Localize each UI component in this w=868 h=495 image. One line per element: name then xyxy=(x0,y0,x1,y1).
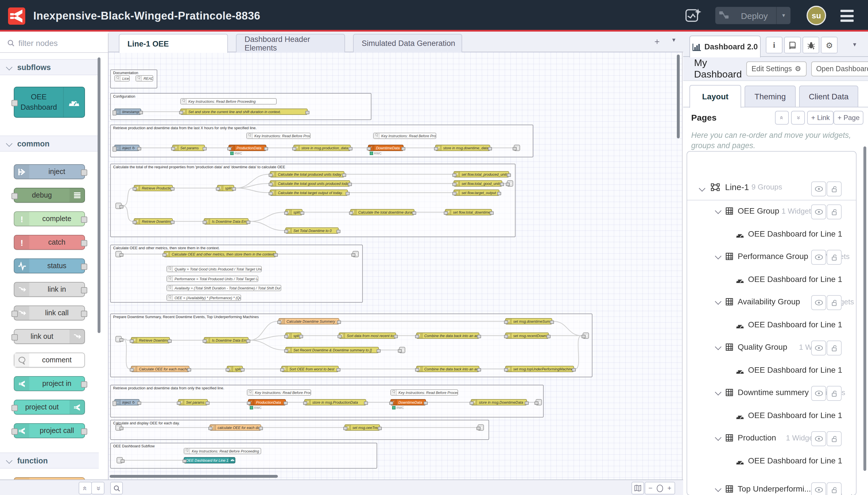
flow-node-chg[interactable]: ⇄set flow.total_produced_units xyxy=(453,171,509,177)
palette-node-project-out[interactable]: project out xyxy=(14,400,85,415)
flow-node-chg[interactable]: ⇄set msg.topUnderPerformingMachines xyxy=(505,366,574,372)
flow-node-srt[interactable]: ⇅Sort data from most recent to oldest xyxy=(339,332,396,339)
visibility-toggle-button[interactable] xyxy=(811,482,826,495)
collapse-all-button[interactable]: « xyxy=(775,111,789,125)
palette-node-project-in[interactable]: project in xyxy=(14,376,85,391)
palette-section-common[interactable]: common xyxy=(0,136,99,152)
flow-node-cmt[interactable]: Key Instructions: Read Before Proceeding xyxy=(247,389,311,396)
flow-tab-3[interactable]: Simulated Data Generation xyxy=(353,34,462,52)
tree-row-page[interactable]: Line-19 Groups xyxy=(687,182,856,199)
tree-row-group[interactable]: Availability Group1 Widgets xyxy=(687,293,856,311)
flow-node-lout[interactable]: ↦ xyxy=(514,145,520,151)
flow-node-lin[interactable]: ↦ xyxy=(117,457,123,463)
tree-row-group[interactable]: Top Underperformi...1 Widgets xyxy=(687,481,856,495)
lock-toggle-button[interactable] xyxy=(827,182,841,197)
palette-filter[interactable]: filter nodes xyxy=(0,33,108,53)
flow-node-cmt[interactable]: Availavity = (Total Shift Duration - Tot… xyxy=(167,285,281,291)
lock-toggle-button[interactable] xyxy=(827,204,841,219)
flow-node-chg[interactable]: ⇄store in msg.downtime_data xyxy=(435,145,490,151)
flow-node-cmt[interactable]: OEE = (Availability) * (Performance) * (… xyxy=(167,295,241,301)
flow-node-chg[interactable]: ⇄set msg.recentDowntime xyxy=(505,332,549,339)
flow-node-sub[interactable]: OEE Dashboard for Line 1 xyxy=(184,457,236,463)
flow-node-chg[interactable]: ⇄store in msg.production_data xyxy=(293,145,351,151)
zoom-in-button[interactable]: + xyxy=(664,482,675,494)
flow-node-lin[interactable]: ↦ xyxy=(116,424,122,431)
flow-group[interactable]: Retrieve production and downtime data fr… xyxy=(110,125,533,157)
flow-node-sw[interactable]: ≺Is Downtime Data Empty? xyxy=(204,218,248,224)
flow-node-srt[interactable]: ⇅Sort OEE from worst to best xyxy=(281,366,339,372)
user-avatar[interactable]: su xyxy=(806,6,826,25)
inject-button[interactable] xyxy=(112,400,116,406)
tab-theming[interactable]: Theming xyxy=(745,86,796,107)
lock-toggle-button[interactable] xyxy=(827,295,841,310)
flow-node-fn[interactable]: ƒCalculate OEE for each machine xyxy=(131,366,189,372)
flow-node-inj[interactable]: →inject ↻ xyxy=(114,145,139,151)
flow-node-spl[interactable]: ‖Calculate the total target output of to… xyxy=(270,189,348,196)
flow-node-cmt[interactable]: README xyxy=(136,75,153,82)
lock-toggle-button[interactable] xyxy=(827,341,841,356)
flow-tab-1[interactable]: Line-1 OEE xyxy=(119,34,228,53)
visibility-toggle-button[interactable] xyxy=(811,386,826,401)
flow-node-lout[interactable]: ↦ xyxy=(352,251,359,257)
palette-node-function[interactable]: ƒfunction xyxy=(14,477,85,479)
palette-node-inject[interactable]: inject xyxy=(14,164,85,179)
palette-node-oee-dashboard[interactable]: OEEDashboard xyxy=(14,87,85,118)
palette-node-link-out[interactable]: link out xyxy=(14,329,85,344)
flow-node-lout[interactable]: ↦ xyxy=(399,347,405,353)
flow-node-cmt[interactable]: Quality = Total Good Units Produced / To… xyxy=(167,266,262,272)
tree-row-widget[interactable]: OEE Dashboard for Line 1 xyxy=(687,363,856,380)
gear-icon[interactable]: ⚙ xyxy=(821,37,837,53)
flow-node-fn[interactable]: ƒCalculate Downtime Summery xyxy=(278,318,339,324)
palette-node-catch[interactable]: !catch xyxy=(14,235,85,250)
tree-row-widget[interactable]: OEE Dashboard for Line 1 xyxy=(687,272,856,289)
flow-node-cmt[interactable]: Key Instructions: Read Before Proceeding xyxy=(390,389,458,396)
flow-node-chg[interactable]: ⇄store in msg.DowntimeData xyxy=(471,399,527,406)
tree-row-widget[interactable]: OEE Dashboard for Line 1 xyxy=(687,408,856,426)
flow-node-lout[interactable]: ↦ xyxy=(536,399,542,406)
inject-button[interactable] xyxy=(112,146,116,151)
flow-node-lin[interactable]: ↦ xyxy=(116,336,122,342)
flow-node-cmt[interactable]: License xyxy=(114,75,130,82)
chevron-down-icon[interactable] xyxy=(715,485,722,492)
tab-dashboard-2[interactable]: Dashboard 2.0 xyxy=(690,36,761,57)
palette-node-link-in[interactable]: link in xyxy=(14,282,85,297)
flow-node-chg[interactable]: ⇄set msg.downtimeSummery xyxy=(505,318,552,324)
add-link-button[interactable]: + Link xyxy=(807,111,834,125)
chevron-down-icon[interactable] xyxy=(715,389,722,396)
flow-node-chg[interactable]: ⇄Set Recent Downtime & Downtime summery … xyxy=(285,347,379,353)
palette-node-status[interactable]: status xyxy=(14,258,85,273)
flow-node-inj[interactable]: →timestamp ¹ xyxy=(114,108,141,115)
palette-node-link-call[interactable]: link call xyxy=(14,306,85,321)
flow-node-chg[interactable]: ⇄Set params xyxy=(172,145,205,151)
chevron-down-icon[interactable] xyxy=(715,344,722,350)
flow-node-db[interactable]: ∕DowntimeDataRWC xyxy=(390,399,426,406)
palette-section-function[interactable]: function xyxy=(0,453,99,468)
deploy-button[interactable]: Deploy ▾ xyxy=(715,7,791,24)
flow-node-chg[interactable]: ⇄Set Total Downtime to 0 xyxy=(285,227,339,234)
chevron-down-icon[interactable] xyxy=(715,208,722,214)
tab-layout[interactable]: Layout xyxy=(690,85,741,108)
palette-node-complete[interactable]: !complete xyxy=(14,211,85,226)
lock-toggle-button[interactable] xyxy=(827,250,841,265)
palette-node-debug[interactable]: debug xyxy=(14,188,85,203)
visibility-toggle-button[interactable] xyxy=(811,341,826,356)
flow-node-cmt[interactable]: Key Instructions: Read Before Proceeding xyxy=(184,448,261,454)
flow-node-chg[interactable]: ⇄set flow.total_downtime xyxy=(445,209,492,215)
flow-node-spl[interactable]: ‖Calculate the total downtime duration xyxy=(350,209,415,215)
tree-row-group[interactable]: Performance Group1 Widgets xyxy=(687,248,856,265)
flow-node-chg[interactable]: ⇄Set and store the current line and shif… xyxy=(180,108,308,115)
add-page-button[interactable]: + Page xyxy=(834,111,864,125)
sidebar-caret[interactable]: ▾ xyxy=(853,41,856,48)
flow-node-chg[interactable]: ⇄set msg.oeeTrend xyxy=(344,424,380,431)
tree-row-group[interactable]: OEE Group1 Widgets xyxy=(687,203,856,220)
palette-section-subflows[interactable]: subflows xyxy=(0,59,99,75)
flow-node-lin[interactable]: ↦ xyxy=(116,251,122,257)
visibility-toggle-button[interactable] xyxy=(811,295,826,310)
flow-node-chg[interactable]: ⇄Set params xyxy=(178,399,208,406)
flow-node-chg[interactable]: ⇄set flow.total_good_units xyxy=(453,180,502,187)
flow-node-lout[interactable]: ↦ xyxy=(583,332,589,339)
visibility-toggle-button[interactable] xyxy=(811,204,826,219)
flow-node-spl[interactable]: ‖split xyxy=(285,209,302,215)
visibility-toggle-button[interactable] xyxy=(811,182,826,197)
tree-row-group[interactable]: Quality Group1 Widgets xyxy=(687,339,856,356)
